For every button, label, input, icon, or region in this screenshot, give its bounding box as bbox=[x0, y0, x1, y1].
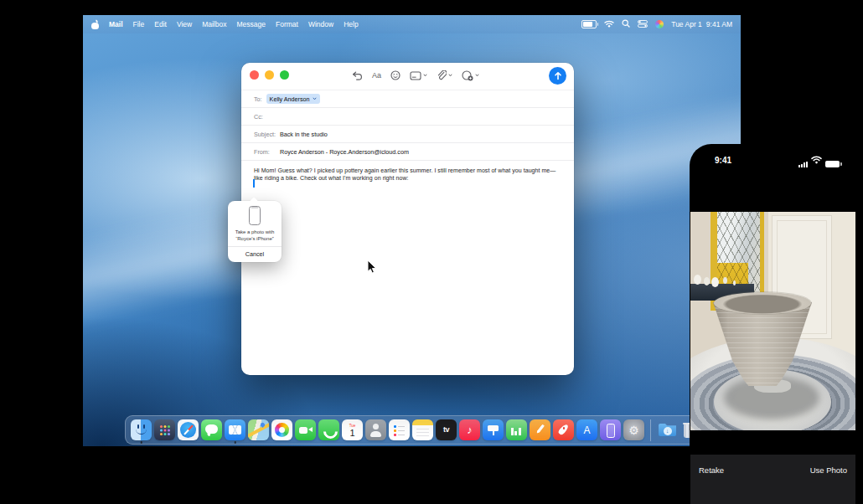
downloads-app-icon: ↓ bbox=[657, 419, 678, 440]
subject-value: Back in the studio bbox=[280, 131, 328, 138]
iphone-wifi-icon bbox=[811, 152, 822, 167]
cc-label: Cc: bbox=[254, 113, 263, 121]
iphone-camera-overlay: 9:41 Retake Use Photo bbox=[690, 144, 856, 504]
menu-clock[interactable]: Tue Apr 1 9:41 AM bbox=[671, 20, 732, 28]
zoom-button[interactable] bbox=[280, 70, 289, 80]
dock-icon-tv[interactable]: tv bbox=[436, 419, 457, 440]
dock-icon-mail[interactable] bbox=[225, 419, 245, 440]
format-button[interactable]: Aa bbox=[372, 71, 381, 80]
subject-label: Subject: bbox=[254, 131, 276, 138]
dock-icon-reminders[interactable] bbox=[389, 419, 410, 440]
from-field[interactable]: From: Royce Anderson - Royce.Anderson@ic… bbox=[241, 143, 574, 161]
iphone-battery-icon bbox=[825, 161, 840, 167]
dock-icon-messages[interactable] bbox=[201, 419, 222, 440]
dock-icon-pages[interactable] bbox=[530, 419, 550, 440]
rocket-app-icon bbox=[553, 419, 574, 440]
apple-menu-icon[interactable] bbox=[91, 20, 99, 29]
finder-app-icon bbox=[131, 419, 152, 440]
dock-icon-safari[interactable] bbox=[178, 419, 199, 440]
mail-compose-window: Aa To: Kelly Anderson Cc: Subject: Back … bbox=[241, 63, 574, 375]
dock-icon-music[interactable]: ♪ bbox=[459, 419, 480, 440]
iphone-outline-icon bbox=[249, 206, 261, 225]
contacts-app-icon bbox=[365, 419, 386, 440]
subject-field[interactable]: Subject: Back in the studio bbox=[241, 126, 574, 143]
compose-toolbar: Aa bbox=[352, 67, 479, 84]
running-indicator bbox=[140, 441, 142, 444]
mouse-cursor bbox=[367, 260, 377, 278]
continuity-camera-popover: Take a photo with “Royce's iPhone” Cance… bbox=[228, 201, 282, 262]
undo-button[interactable] bbox=[352, 71, 363, 80]
dock-icon-facetime[interactable] bbox=[295, 419, 316, 440]
send-button[interactable] bbox=[549, 67, 566, 85]
menu-item-mailbox[interactable]: Mailbox bbox=[202, 20, 226, 28]
dock-icon-phone[interactable] bbox=[318, 419, 339, 440]
spotlight-search-icon[interactable] bbox=[622, 19, 630, 29]
emoji-button[interactable] bbox=[390, 70, 400, 80]
retake-button[interactable]: Retake bbox=[699, 465, 724, 504]
dock-icon-settings[interactable]: ⚙ bbox=[623, 419, 644, 440]
iphone-clock: 9:41 bbox=[715, 156, 731, 165]
dock-icon-maps[interactable] bbox=[248, 419, 269, 440]
dock-icon-notes[interactable] bbox=[412, 419, 433, 440]
dock-icon-calendar[interactable]: Tue1 bbox=[342, 419, 363, 440]
safari-app-icon bbox=[178, 419, 199, 440]
battery-icon[interactable] bbox=[581, 20, 597, 28]
tv-app-icon: tv bbox=[436, 419, 457, 440]
to-label: To: bbox=[254, 95, 262, 103]
dock-icon-keynote[interactable] bbox=[483, 419, 504, 440]
use-photo-button[interactable]: Use Photo bbox=[810, 465, 847, 504]
phone-app-icon bbox=[318, 419, 339, 440]
dock-icon-appstore[interactable]: A bbox=[576, 419, 597, 440]
captured-photo-preview bbox=[690, 212, 855, 430]
dock-icon-photos[interactable] bbox=[271, 419, 292, 440]
maps-app-icon bbox=[248, 419, 269, 440]
notes-app-icon bbox=[412, 419, 433, 440]
settings-app-icon: ⚙ bbox=[623, 419, 644, 440]
control-center-icon[interactable] bbox=[638, 20, 648, 29]
dock-icon-launchpad[interactable] bbox=[154, 419, 175, 440]
popover-cancel-button[interactable]: Cancel bbox=[228, 247, 282, 262]
facetime-app-icon bbox=[295, 419, 316, 440]
recipient-pill[interactable]: Kelly Anderson bbox=[266, 94, 320, 104]
insert-photo-button[interactable] bbox=[462, 70, 479, 81]
message-body[interactable]: Hi Mom! Guess what? I picked up pottery … bbox=[241, 161, 574, 182]
to-field[interactable]: To: Kelly Anderson bbox=[241, 90, 574, 108]
menu-item-format[interactable]: Format bbox=[276, 20, 298, 28]
menu-extra-colored-icon[interactable] bbox=[655, 20, 664, 28]
menu-bar: MailFileEditViewMailboxMessageFormatWind… bbox=[83, 15, 741, 33]
menu-item-window[interactable]: Window bbox=[308, 20, 333, 28]
menu-item-help[interactable]: Help bbox=[344, 20, 358, 28]
menu-item-mail[interactable]: Mail bbox=[109, 20, 123, 28]
numbers-app-icon bbox=[506, 419, 527, 440]
dock-icon-downloads[interactable]: ↓ bbox=[657, 419, 678, 440]
menu-item-file[interactable]: File bbox=[133, 20, 145, 28]
header-fields-button[interactable] bbox=[410, 71, 427, 80]
menu-item-message[interactable]: Message bbox=[236, 20, 266, 28]
menu-items: MailFileEditViewMailboxMessageFormatWind… bbox=[109, 20, 359, 28]
menu-item-edit[interactable]: Edit bbox=[154, 20, 167, 28]
cellular-signal-icon bbox=[798, 162, 808, 168]
text-insertion-caret bbox=[253, 179, 255, 188]
window-titlebar[interactable]: Aa bbox=[241, 63, 574, 87]
dock-icon-finder[interactable] bbox=[131, 419, 152, 440]
from-value: Royce Anderson - Royce.Anderson@icloud.c… bbox=[280, 148, 409, 156]
cc-field[interactable]: Cc: bbox=[241, 108, 574, 126]
dock-icon-iphone-mirroring[interactable] bbox=[600, 419, 621, 440]
menu-item-view[interactable]: View bbox=[177, 20, 192, 28]
photo-clay-pot bbox=[709, 292, 816, 386]
photo-pot-body bbox=[709, 302, 816, 386]
wifi-icon[interactable] bbox=[604, 20, 614, 29]
dock-icon-contacts[interactable] bbox=[365, 419, 386, 440]
close-button[interactable] bbox=[250, 70, 259, 80]
pages-app-icon bbox=[530, 419, 550, 440]
dock-icon-rocket[interactable] bbox=[553, 419, 574, 440]
menu-left: MailFileEditViewMailboxMessageFormatWind… bbox=[91, 20, 359, 29]
iphone-status-icons bbox=[798, 152, 840, 167]
format-button-label: Aa bbox=[372, 71, 381, 80]
dock-icon-numbers[interactable] bbox=[506, 419, 527, 440]
attach-file-button[interactable] bbox=[437, 70, 452, 81]
menu-status-area: Tue Apr 1 9:41 AM bbox=[581, 19, 732, 29]
popover-message-line2: “Royce's iPhone” bbox=[230, 235, 279, 242]
minimize-button[interactable] bbox=[265, 70, 274, 80]
music-app-icon: ♪ bbox=[459, 419, 480, 440]
